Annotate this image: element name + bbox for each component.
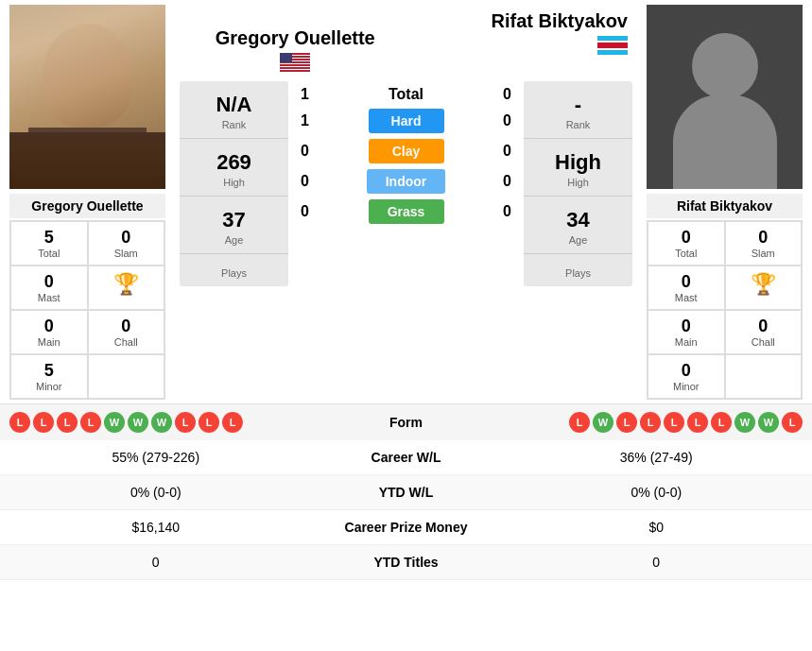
left-total-label: Total bbox=[13, 248, 85, 259]
right-info-box: - Rank High High 34 Age Plays bbox=[524, 81, 632, 286]
form-badge: L bbox=[664, 412, 684, 433]
left-name-flag-inner: Gregory Ouellette bbox=[184, 26, 406, 72]
grass-left-val: 0 bbox=[293, 203, 317, 220]
left-rank-item: N/A Rank bbox=[180, 81, 288, 139]
form-badge: W bbox=[593, 412, 613, 433]
left-main-cell: 0 Main bbox=[10, 310, 88, 354]
form-badge: L bbox=[33, 412, 54, 433]
center-boxes-row: N/A Rank 269 High 37 Age Plays bbox=[175, 77, 637, 291]
hard-row: 1 Hard 0 bbox=[293, 109, 519, 133]
stats-right-val: $0 bbox=[510, 520, 803, 535]
us-flag bbox=[280, 53, 310, 72]
right-player-name: Rifat Biktyakov bbox=[677, 198, 772, 214]
stats-row: 0YTD Titles0 bbox=[0, 545, 812, 580]
form-badge: W bbox=[734, 412, 755, 433]
stats-left-val: 0 bbox=[9, 555, 302, 570]
left-total-cell: 5 Total bbox=[10, 221, 88, 266]
form-label: Form bbox=[350, 415, 463, 430]
right-player-photo bbox=[647, 5, 803, 189]
stats-row: 0% (0-0)YTD W/L0% (0-0) bbox=[0, 475, 812, 510]
stats-left-val: $16,140 bbox=[9, 520, 302, 535]
right-trophy-cell: 🏆 bbox=[725, 266, 803, 310]
right-total-label: Total bbox=[650, 248, 722, 259]
left-flag-row: Gregory Ouellette bbox=[175, 55, 637, 72]
right-main-cell: 0 Main bbox=[648, 310, 725, 354]
form-badge: L bbox=[782, 412, 803, 433]
total-right-val: 0 bbox=[495, 86, 519, 103]
right-total-value: 0 bbox=[650, 228, 722, 248]
left-high-label: High bbox=[184, 177, 284, 188]
clay-row: 0 Clay 0 bbox=[293, 139, 519, 163]
silhouette-head bbox=[692, 33, 758, 99]
stats-right-val: 0 bbox=[510, 555, 803, 570]
right-minor-label: Minor bbox=[650, 381, 722, 392]
left-info-box: N/A Rank 269 High 37 Age Plays bbox=[180, 81, 288, 286]
left-minor-value: 5 bbox=[13, 361, 85, 381]
form-badge: L bbox=[616, 412, 637, 433]
grass-right-val: 0 bbox=[495, 203, 519, 220]
stats-center-label: Career W/L bbox=[302, 450, 510, 465]
stats-right-val: 36% (27-49) bbox=[510, 450, 803, 465]
hard-left-val: 1 bbox=[293, 112, 317, 129]
left-rank-value: N/A bbox=[184, 93, 284, 117]
stats-center-label: YTD Titles bbox=[302, 555, 510, 570]
form-badge: L bbox=[711, 412, 732, 433]
total-label: Total bbox=[389, 86, 423, 103]
form-badge: L bbox=[57, 412, 78, 433]
form-badge: L bbox=[569, 412, 590, 433]
right-plays-label: Plays bbox=[528, 267, 628, 279]
right-high-value: High bbox=[528, 150, 628, 175]
left-high-value: 269 bbox=[184, 150, 284, 175]
stats-right-val: 0% (0-0) bbox=[510, 485, 803, 500]
form-badge: L bbox=[199, 412, 219, 433]
left-main-value: 0 bbox=[13, 317, 85, 336]
stats-center-label: Career Prize Money bbox=[302, 520, 510, 535]
right-form-badges: LWLLLLLWWL bbox=[463, 412, 803, 433]
form-badge: L bbox=[640, 412, 661, 433]
right-slam-cell: 0 Slam bbox=[725, 221, 803, 266]
right-trophy-icon: 🏆 bbox=[751, 272, 776, 296]
left-player-column: Gregory Ouellette 5 Total 0 Slam 0 Mast … bbox=[0, 0, 175, 400]
court-stats-column: 1 Total 0 1 Hard 0 0 Clay 0 bbox=[293, 77, 519, 230]
left-player-stats: 5 Total 0 Slam 0 Mast 🏆 0 Main bbox=[9, 220, 165, 400]
stats-row: 55% (279-226)Career W/L36% (27-49) bbox=[0, 440, 812, 475]
right-placeholder bbox=[406, 55, 629, 72]
grass-row: 0 Grass 0 bbox=[293, 199, 519, 224]
left-slam-value: 0 bbox=[91, 228, 163, 248]
right-name-top-area: Rifat Biktyakov bbox=[406, 9, 629, 55]
indoor-left-val: 0 bbox=[293, 173, 317, 190]
center-column: Rifat Biktyakov bbox=[175, 0, 637, 400]
form-badge: L bbox=[222, 412, 243, 433]
stats-left-val: 0% (0-0) bbox=[9, 485, 302, 500]
right-age-value: 34 bbox=[528, 208, 628, 232]
hard-right-val: 0 bbox=[495, 112, 519, 129]
right-minor-cell: 0 Minor bbox=[648, 354, 725, 399]
form-badge: L bbox=[9, 412, 30, 433]
left-player-name-box: Gregory Ouellette bbox=[9, 194, 165, 218]
total-left-val: 1 bbox=[293, 86, 317, 103]
form-badge: W bbox=[104, 412, 125, 433]
right-mast-label: Mast bbox=[650, 292, 722, 303]
right-total-cell: 0 Total bbox=[648, 221, 725, 266]
clay-left-val: 0 bbox=[293, 143, 317, 160]
clay-badge: Clay bbox=[369, 139, 444, 163]
left-minor-label: Minor bbox=[13, 381, 85, 392]
left-name-flag: Gregory Ouellette bbox=[184, 55, 406, 72]
form-badge: L bbox=[687, 412, 708, 433]
grass-badge: Grass bbox=[369, 199, 444, 224]
left-chall-value: 0 bbox=[91, 317, 163, 336]
form-badge: W bbox=[151, 412, 172, 433]
form-badge: W bbox=[128, 412, 148, 433]
top-section: Gregory Ouellette 5 Total 0 Slam 0 Mast … bbox=[0, 0, 812, 400]
left-age-item: 37 Age bbox=[180, 197, 288, 254]
stats-row: $16,140Career Prize Money$0 bbox=[0, 510, 812, 545]
uz-flag bbox=[597, 36, 628, 55]
right-age-label: Age bbox=[528, 234, 628, 246]
right-high-label: High bbox=[528, 177, 628, 188]
indoor-right-val: 0 bbox=[495, 173, 519, 190]
left-trophy-cell: 🏆 bbox=[88, 266, 165, 310]
left-main-label: Main bbox=[13, 336, 85, 348]
trophy-icon: 🏆 bbox=[113, 272, 139, 296]
left-placeholder-cell bbox=[88, 354, 165, 399]
right-rank-value: - bbox=[528, 93, 628, 117]
